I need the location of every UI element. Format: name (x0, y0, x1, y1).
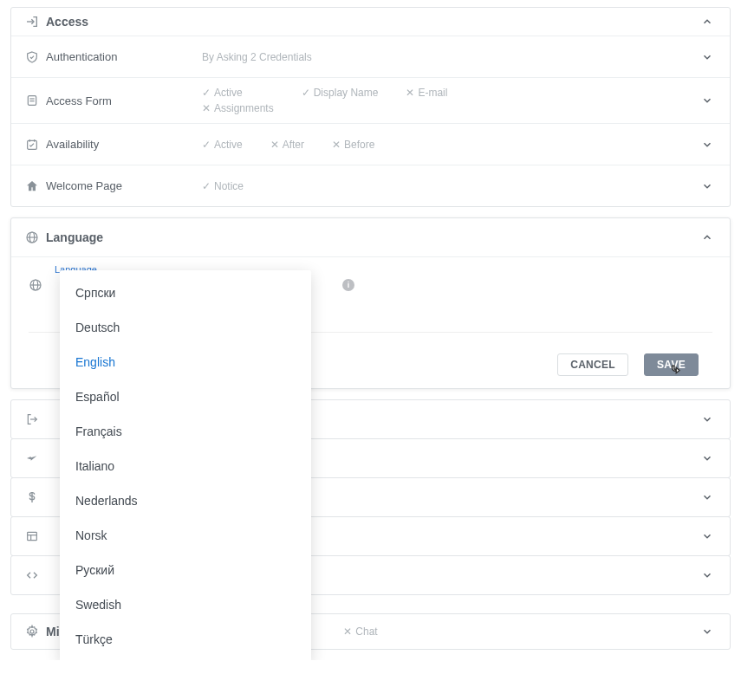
code-icon (25, 568, 46, 582)
access-panel: Access Authentication By Asking 2 Creden… (10, 7, 731, 207)
fact-avail-active: ✓ Active (202, 139, 243, 151)
svg-point-15 (30, 630, 34, 633)
language-title: Language (46, 230, 103, 244)
row-authentication[interactable]: Authentication By Asking 2 Credentials (11, 36, 730, 77)
chevron-down-icon (699, 491, 716, 503)
language-header[interactable]: Language (11, 218, 730, 256)
chevron-down-icon (699, 51, 716, 63)
language-option[interactable]: Nederlands (60, 483, 311, 518)
language-panel: Language Language i CANCEL SAVE Српски D… (10, 217, 731, 389)
access-header[interactable]: Access (11, 8, 730, 36)
gear-icon (25, 625, 46, 638)
row-welcome[interactable]: Welcome Page ✓ Notice (11, 165, 730, 206)
misc-chat-fact: ✕ Chat (343, 625, 377, 638)
home-icon (25, 179, 46, 193)
shield-icon (25, 50, 46, 64)
svg-rect-12 (28, 532, 37, 540)
language-option[interactable]: Français (60, 414, 311, 449)
chevron-down-icon (699, 452, 716, 464)
fact-avail-after: ✕ After (270, 139, 304, 151)
welcome-label: Welcome Page (46, 179, 202, 192)
fact-notice: ✓ Notice (202, 180, 244, 192)
form-icon (25, 94, 46, 107)
cancel-button[interactable]: CANCEL (557, 353, 628, 376)
language-dropdown: Српски Deutsch English Español Français … (60, 270, 311, 660)
access-icon (25, 15, 46, 29)
chevron-down-icon (699, 94, 716, 107)
fact-display-name: ✓ Display Name (302, 87, 379, 99)
language-option[interactable]: Swedish (60, 587, 311, 622)
chevron-down-icon (699, 530, 716, 542)
row-access-form[interactable]: Access Form ✓ Active ✕ Assignments ✓ Dis… (11, 77, 730, 123)
chevron-up-icon (699, 231, 716, 243)
access-title: Access (46, 15, 88, 29)
language-option[interactable]: Español (60, 379, 311, 414)
globe-icon (25, 230, 46, 244)
language-option[interactable]: Norsk (60, 518, 311, 553)
chevron-down-icon (699, 413, 716, 425)
access-form-label: Access Form (46, 94, 202, 107)
authentication-label: Authentication (46, 50, 202, 63)
chevron-down-icon (699, 139, 716, 151)
row-availability[interactable]: Availability ✓ Active ✕ After ✕ Before (11, 123, 730, 165)
fact-assignments: ✕ Assignments (202, 102, 274, 114)
logout-icon (25, 412, 46, 426)
language-option[interactable]: Српски (60, 275, 311, 310)
chevron-down-icon (699, 180, 716, 192)
authentication-summary: By Asking 2 Credentials (202, 51, 312, 63)
language-option[interactable]: Руский (60, 553, 311, 587)
language-option[interactable]: Türkçe (60, 622, 311, 657)
access-form-facts: ✓ Active ✕ Assignments ✓ Display Name ✕ … (202, 87, 699, 114)
fact-avail-before: ✕ Before (332, 139, 374, 151)
language-option[interactable]: Deutsch (60, 310, 311, 345)
language-option-selected[interactable]: English (60, 345, 311, 379)
svg-rect-0 (28, 96, 36, 106)
availability-label: Availability (46, 138, 202, 151)
chevron-down-icon (699, 569, 716, 581)
fact-active: ✓ Active (202, 87, 274, 99)
language-option[interactable]: Italiano (60, 449, 311, 483)
share-icon (25, 451, 46, 465)
calendar-icon (25, 138, 46, 152)
info-icon[interactable]: i (342, 279, 354, 291)
chevron-down-icon (699, 625, 716, 638)
globe-icon (29, 278, 46, 292)
layout-icon (25, 529, 46, 543)
chevron-up-icon (699, 16, 716, 28)
availability-facts: ✓ Active ✕ After ✕ Before (202, 139, 699, 151)
dollar-icon (25, 490, 46, 504)
save-button[interactable]: SAVE (644, 353, 699, 376)
fact-email: ✕ E-mail (406, 87, 447, 99)
